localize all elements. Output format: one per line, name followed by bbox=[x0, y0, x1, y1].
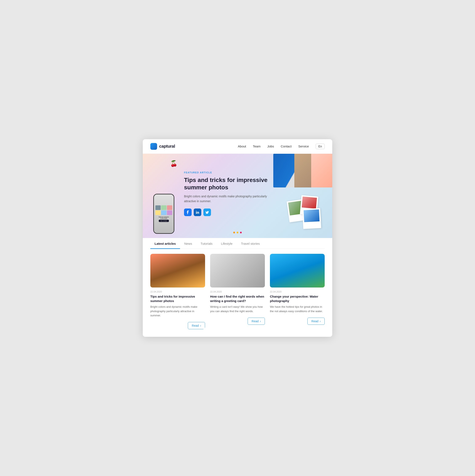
social-links bbox=[184, 208, 268, 216]
articles-section: Latest articles News Tutorials Lifestyle… bbox=[143, 238, 332, 337]
phone-mockup: Hold your memoriesin your hands Sign in … bbox=[153, 194, 174, 234]
phone-cell bbox=[161, 205, 166, 210]
logo-text: captural bbox=[159, 144, 175, 149]
card-image-2 bbox=[210, 254, 265, 288]
photo-book-image-2 bbox=[311, 154, 332, 187]
svg-rect-0 bbox=[196, 212, 197, 214]
read-button-1[interactable]: Read › bbox=[188, 322, 205, 329]
carousel-dots bbox=[233, 232, 242, 233]
article-cards-grid: 22.04.2020 Tips and tricks for impressiv… bbox=[150, 254, 325, 337]
carousel-dot-2[interactable] bbox=[237, 232, 238, 233]
read-arrow-icon-2: › bbox=[260, 320, 261, 323]
phone-cell bbox=[161, 210, 166, 215]
read-label-1: Read bbox=[192, 324, 199, 327]
card-title-1: Tips and tricks for impressive summer ph… bbox=[150, 294, 205, 303]
phone-cell bbox=[155, 205, 161, 210]
photo-book bbox=[273, 154, 332, 187]
hero-title: Tips and tricks for impressive summer ph… bbox=[184, 176, 268, 191]
read-label-2: Read bbox=[252, 320, 259, 323]
card-read-2: Read › bbox=[210, 318, 265, 325]
card-image-1 bbox=[150, 254, 205, 288]
card-date-2: 22.04.2020 bbox=[210, 290, 265, 293]
article-card-1: 22.04.2020 Tips and tricks for impressiv… bbox=[150, 254, 205, 329]
card-desc-3: We have the hottest tips for great photo… bbox=[270, 305, 325, 314]
card-read-1: Read › bbox=[150, 322, 205, 329]
facebook-button[interactable] bbox=[184, 208, 192, 216]
phone-cell bbox=[167, 205, 172, 210]
language-button[interactable]: En bbox=[316, 144, 325, 149]
nav-links: About Team Jobs Contact Service En bbox=[238, 144, 325, 149]
card-read-3: Read › bbox=[270, 318, 325, 325]
article-card-2: 22.04.2020 How can I find the right word… bbox=[210, 254, 265, 329]
tab-tutorials[interactable]: Tutorials bbox=[196, 238, 217, 249]
tab-lifestyle[interactable]: Lifestyle bbox=[217, 238, 237, 249]
nav-service[interactable]: Service bbox=[298, 144, 309, 148]
photo-book-decoration bbox=[265, 154, 332, 196]
cherry-decoration: 🍒 bbox=[170, 160, 178, 167]
polaroid-3 bbox=[302, 208, 321, 229]
nav-team[interactable]: Team bbox=[253, 144, 261, 148]
svg-point-1 bbox=[196, 211, 197, 211]
card-date-3: 22.04.2020 bbox=[270, 290, 325, 293]
card-date-1: 22.04.2020 bbox=[150, 290, 205, 293]
polaroid-photos bbox=[284, 196, 326, 234]
logo-icon bbox=[150, 143, 157, 150]
read-button-2[interactable]: Read › bbox=[248, 318, 265, 325]
phone-grid bbox=[155, 205, 172, 215]
nav-about[interactable]: About bbox=[238, 144, 246, 148]
article-tabs: Latest articles News Tutorials Lifestyle… bbox=[150, 238, 325, 249]
tab-travel-stories[interactable]: Travel stories bbox=[237, 238, 264, 249]
hero-section: 🍒 Hold your memoriesin your hands Sign i… bbox=[143, 154, 332, 238]
polaroid-image bbox=[304, 209, 320, 222]
phone-cell bbox=[167, 210, 172, 215]
read-label-3: Read bbox=[311, 320, 318, 323]
phone-cta: Sign in with Apple bbox=[159, 220, 169, 222]
article-card-3: 22.04.2020 Change your perspective: Wate… bbox=[270, 254, 325, 329]
card-desc-2: Writing a card isn't easy! We show you h… bbox=[210, 305, 265, 314]
logo-link[interactable]: captural bbox=[150, 143, 175, 150]
phone-tagline: Hold your memoriesin your hands bbox=[159, 216, 169, 219]
nav-jobs[interactable]: Jobs bbox=[267, 144, 274, 148]
read-arrow-icon-3: › bbox=[320, 320, 321, 323]
hero-description: Bright colors and dynamic motifs make ph… bbox=[184, 194, 268, 204]
linkedin-button[interactable] bbox=[194, 208, 201, 216]
card-title-3: Change your perspective: Water photograp… bbox=[270, 294, 325, 303]
featured-label: FEATURED ARTICLE bbox=[184, 171, 268, 174]
tab-latest-articles[interactable]: Latest articles bbox=[150, 238, 180, 249]
card-image-3 bbox=[270, 254, 325, 288]
carousel-dot-3[interactable] bbox=[240, 232, 242, 233]
card-desc-1: Bright colors and dynamic motifs make ph… bbox=[150, 305, 205, 318]
carousel-dot-1[interactable] bbox=[233, 232, 235, 233]
phone-cell bbox=[155, 210, 161, 215]
browser-window: captural About Team Jobs Contact Service… bbox=[143, 139, 332, 337]
navbar: captural About Team Jobs Contact Service… bbox=[143, 139, 332, 154]
card-title-2: How can I find the right words when writ… bbox=[210, 294, 265, 303]
read-button-3[interactable]: Read › bbox=[307, 318, 325, 325]
twitter-button[interactable] bbox=[203, 208, 211, 216]
tab-news[interactable]: News bbox=[180, 238, 197, 249]
hero-content: FEATURED ARTICLE Tips and tricks for imp… bbox=[184, 171, 268, 216]
nav-contact[interactable]: Contact bbox=[281, 144, 292, 148]
polaroid-image bbox=[302, 197, 317, 209]
read-arrow-icon-1: › bbox=[200, 324, 201, 327]
